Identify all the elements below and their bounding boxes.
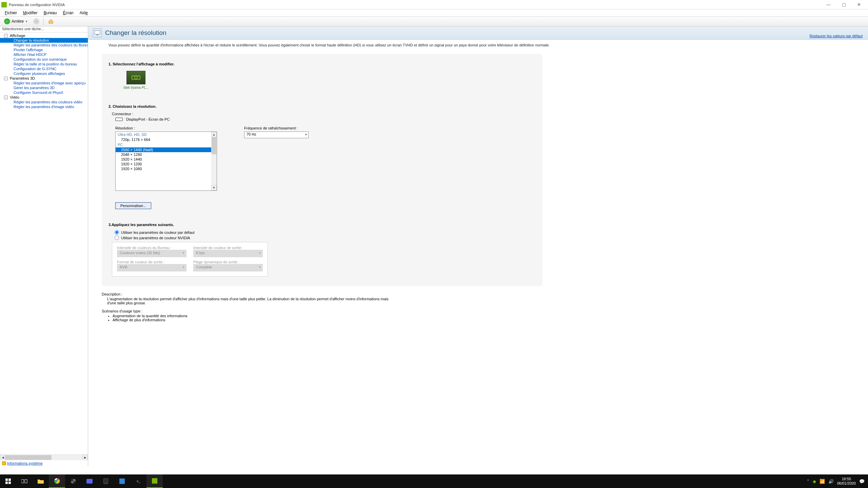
page-description: Vous pouvez définir la quantité d'inform… <box>88 40 868 50</box>
usage-item: Augmentation de la quantité des informat… <box>113 314 858 318</box>
back-arrow-icon: ← <box>4 18 10 24</box>
dynamic-range-combo: Complète <box>193 264 263 271</box>
steam-icon[interactable] <box>65 474 81 488</box>
tray-chevron-icon[interactable]: ˄ <box>807 479 809 484</box>
tree-item[interactable]: Configurer Surround et PhysX <box>0 90 88 95</box>
radio-nvidia-color-input[interactable] <box>115 236 119 240</box>
refresh-combo[interactable]: 70 Hz <box>244 131 309 138</box>
radio-default-color-input[interactable] <box>115 230 119 235</box>
scroll-left-icon[interactable]: ◀ <box>0 455 5 460</box>
scroll-right-icon[interactable]: ▶ <box>82 455 88 460</box>
discord-icon[interactable] <box>81 474 98 488</box>
resolution-item[interactable]: 1920 × 1080 <box>116 166 211 171</box>
customize-button[interactable]: Personnaliser... <box>115 202 151 209</box>
chrome-icon[interactable] <box>49 474 65 488</box>
tree-toggle-icon[interactable]: − <box>4 34 8 38</box>
tree-item[interactable]: Afficher l'état HDCP <box>0 52 88 57</box>
desktop-depth-label: Intensité de couleurs du Bureau : <box>117 246 186 250</box>
sidebar-footer: iInformations système <box>0 460 88 466</box>
radio-nvidia-color[interactable]: Utiliser les paramètres de couleur NVIDI… <box>115 236 536 240</box>
file-explorer-icon[interactable] <box>33 474 49 488</box>
menu-edit[interactable]: Modifier <box>20 10 40 16</box>
svg-rect-3 <box>5 479 8 481</box>
menu-desktop[interactable]: Bureau <box>41 10 60 16</box>
svg-rect-8 <box>25 480 27 483</box>
tree-group[interactable]: −Vidéo <box>0 95 88 100</box>
resolution-item[interactable]: 2048 × 1280 <box>116 152 211 157</box>
radio-default-color[interactable]: Utiliser les paramètres de couleur par d… <box>115 230 536 235</box>
back-label: Arrière <box>12 19 24 24</box>
maximize-button[interactable]: ▢ <box>836 0 851 9</box>
nvidia-control-panel-icon[interactable] <box>146 474 163 488</box>
tray-volume-icon[interactable]: 🔊 <box>828 479 834 484</box>
tree-item[interactable]: Pivoter l'affichage <box>0 47 88 52</box>
svg-rect-6 <box>8 482 11 484</box>
restore-defaults-link[interactable]: Restaurer les valeurs par défaut <box>809 34 863 38</box>
home-button[interactable] <box>46 18 56 25</box>
resolution-listbox[interactable]: Ultra HD, HD, SD720p, 1176 × 664PC2560 ×… <box>115 131 217 191</box>
tree-item[interactable]: Régler la taille et la position du burea… <box>0 62 88 66</box>
tray-clock[interactable]: 18:55 06/01/2020 <box>837 477 856 486</box>
menu-file[interactable]: Fichier <box>2 10 20 16</box>
tray-date: 06/01/2020 <box>837 481 856 486</box>
step2-heading: 2. Choisissez la résolution. <box>108 104 536 108</box>
system-info-link[interactable]: iInformations système <box>2 461 43 465</box>
tree-item[interactable]: Configuration du son numérique <box>0 57 88 62</box>
task-tree[interactable]: −AffichageChanger la résolutionRégler le… <box>0 33 88 454</box>
task-view-button[interactable] <box>16 474 33 488</box>
resolution-item[interactable]: 1920 × 1440 <box>116 157 211 162</box>
tray-network-icon[interactable]: 📶 <box>820 479 825 484</box>
window-title: Panneau de configuration NVIDIA <box>9 3 821 7</box>
resolution-item[interactable]: 868 × 488 (Natif) <box>116 147 211 152</box>
terminal-icon[interactable]: >_ <box>130 474 146 488</box>
tree-item[interactable]: Régler les paramètres d'image avec aperç… <box>0 81 88 85</box>
back-dropdown-icon[interactable]: ▼ <box>25 20 28 23</box>
system-tray: ˄ ◆ 📶 🔊 18:55 06/01/2020 💬 <box>804 474 868 488</box>
output-format-label: Format de couleur de sortie : <box>117 260 186 264</box>
menu-help[interactable]: Aide <box>77 10 91 16</box>
connector-value: DisplayPort - Écran de PC <box>126 117 170 121</box>
svg-text:>_: >_ <box>137 480 140 483</box>
nvidia-icon <box>1 2 7 7</box>
tray-nvidia-icon[interactable]: ◆ <box>813 479 816 484</box>
tree-toggle-icon[interactable]: − <box>4 96 8 99</box>
tree-group[interactable]: −Affichage <box>0 33 88 38</box>
display-tile[interactable]: Idek Iiyama PL... <box>122 69 150 91</box>
back-button[interactable]: ← Arrière ▼ <box>2 18 30 25</box>
step3-heading: 3.Appliquez les paramètres suivants. <box>108 223 536 227</box>
scroll-up-icon[interactable]: ▲ <box>211 132 217 137</box>
description-body: L'augmentation de la résolution permet d… <box>107 297 392 305</box>
output-format-combo: RVB <box>117 264 186 271</box>
description-heading: Description : <box>102 292 858 296</box>
tree-item[interactable]: Régler les paramètres d'image vidéo <box>0 104 88 109</box>
color-settings-panel: Intensité de couleurs du Bureau : Couleu… <box>112 242 268 277</box>
sidebar-h-scrollbar[interactable]: ◀ ▶ <box>0 454 88 460</box>
page-header: Changer la résolution Restaurer les vale… <box>88 26 868 40</box>
tree-group[interactable]: −Paramètres 3D <box>0 76 88 81</box>
minimize-button[interactable]: — <box>821 0 836 9</box>
resolution-item[interactable]: 720p, 1176 × 664 <box>116 137 211 142</box>
menu-screen[interactable]: Écran <box>60 10 76 16</box>
app-icon-1[interactable] <box>114 474 130 488</box>
tree-item[interactable]: Régler les paramètres des couleurs du Bu… <box>0 43 88 47</box>
start-button[interactable] <box>0 474 16 488</box>
epic-icon[interactable] <box>98 474 114 488</box>
tree-item[interactable]: Régler les paramètres des couleurs vidéo <box>0 100 88 104</box>
resolution-group: PC <box>116 142 211 147</box>
usage-heading: Scénarios d'usage type : <box>102 309 858 313</box>
scroll-down-icon[interactable]: ▼ <box>211 185 217 190</box>
tree-item[interactable]: Configurer plusieurs affichages <box>0 71 88 76</box>
tree-item[interactable]: Gérer les paramètres 3D <box>0 85 88 90</box>
tree-toggle-icon[interactable]: − <box>4 77 8 80</box>
tree-item[interactable]: Changer la résolution <box>0 38 88 43</box>
radio-default-color-label: Utiliser les paramètres de couleur par d… <box>121 230 194 235</box>
tree-item[interactable]: Configuration de G-SYNC <box>0 66 88 71</box>
resolution-item[interactable]: 1920 × 1200 <box>116 162 211 166</box>
desktop-depth-combo: Couleurs vraies (32 bits) <box>117 250 186 257</box>
tray-notifications-icon[interactable]: 💬 <box>859 479 865 484</box>
forward-button[interactable]: → <box>31 18 41 25</box>
close-button[interactable]: ✕ <box>851 0 867 9</box>
info-icon: i <box>2 461 6 465</box>
window-titlebar: Panneau de configuration NVIDIA — ▢ ✕ <box>0 0 868 9</box>
listbox-v-scrollbar[interactable]: ▲ ▼ <box>211 132 217 190</box>
